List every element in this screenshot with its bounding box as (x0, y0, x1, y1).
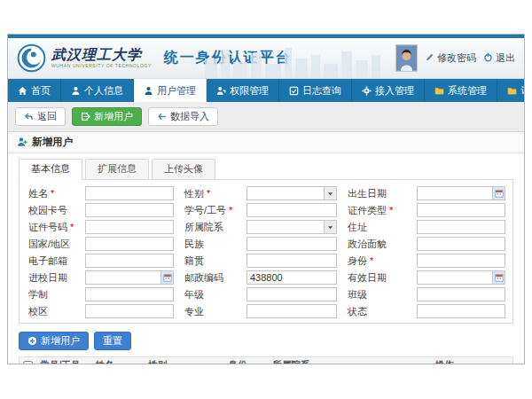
field-label-email: 电子邮箱 (28, 254, 74, 268)
campus-input[interactable] (85, 304, 174, 318)
form-grid: 姓名*性别*出生日期校园卡号学号/工号*证件类型*证件号码*所属院系住址国家/地… (28, 186, 504, 318)
status-input[interactable] (417, 304, 505, 318)
postal-code-input[interactable] (246, 270, 337, 285)
nav-item-个人信息[interactable]: 个人信息 (61, 79, 134, 102)
field-label-grade: 年级 (184, 288, 236, 301)
field-entry-date (85, 270, 174, 285)
select-all-checkbox[interactable] (23, 361, 33, 364)
field-label-id-type: 证件类型* (348, 204, 406, 217)
calendar-icon[interactable] (492, 187, 505, 200)
col-header-所属院系: 所属院系 (270, 357, 432, 364)
nav-item-label: 接入管理 (375, 84, 414, 98)
app-window: 武汉理工大学 WUHAN UNIVERSITY OF TECHNOLOGY 统一… (7, 34, 525, 364)
col-header-姓名: 姓名 (92, 357, 145, 364)
field-label-gender: 性别* (184, 187, 236, 200)
field-label-valid-date: 有效日期 (348, 271, 406, 285)
university-name-en: WUHAN UNIVERSITY OF TECHNOLOGY (51, 64, 152, 68)
user-icon (144, 86, 153, 96)
required-marker: * (207, 188, 210, 199)
campus-card-no-input[interactable] (85, 203, 174, 217)
submit-add-user-button[interactable]: 新增用户 (19, 332, 89, 350)
identity-input[interactable] (417, 254, 505, 268)
user-add-icon (17, 137, 27, 149)
power-icon (483, 52, 493, 64)
field-label-name: 姓名* (28, 187, 74, 200)
logout-link[interactable]: 退出 (483, 51, 515, 65)
data-import-button[interactable]: 数据导入 (148, 107, 218, 126)
users-table-header-row: 学号/工号姓名性别身份所属院系操作 (20, 357, 513, 364)
add-user-toolbar-button[interactable]: 新增用户 (72, 107, 142, 126)
field-postal-code (246, 270, 337, 285)
field-education-system (85, 287, 174, 301)
required-marker: * (389, 205, 393, 215)
nav-item-label: 权限管理 (230, 84, 269, 98)
field-campus (85, 304, 174, 318)
nav-item-权限管理[interactable]: 权限管理 (207, 79, 279, 102)
reset-button-label: 重置 (103, 334, 122, 348)
name-input[interactable] (85, 186, 174, 200)
ethnicity-input[interactable] (246, 237, 337, 251)
tab-扩展信息[interactable]: 扩展信息 (85, 159, 149, 180)
change-password-label: 修改密码 (437, 51, 476, 65)
folder-icon (434, 86, 444, 96)
pencil-icon (425, 52, 434, 64)
email-input[interactable] (85, 254, 174, 268)
calendar-icon[interactable] (160, 271, 173, 284)
political-status-input[interactable] (417, 237, 505, 251)
nav-item-接入管理[interactable]: 接入管理 (352, 79, 425, 102)
platform-title: 统一身份认证平台 (164, 49, 292, 67)
dropdown-arrow-icon[interactable] (324, 187, 336, 200)
nav-item-日志查询[interactable]: 日志查询 (279, 79, 352, 102)
basic-info-fieldset: 姓名*性别*出生日期校园卡号学号/工号*证件类型*证件号码*所属院系住址国家/地… (19, 179, 513, 324)
country-region-input[interactable] (85, 237, 174, 251)
field-major (246, 304, 337, 318)
export-icon (81, 112, 90, 121)
field-label-id-number: 证件号码* (28, 221, 74, 234)
address-input[interactable] (417, 220, 505, 234)
nav-item-系统管理[interactable]: 系统管理 (425, 79, 497, 102)
field-campus-card-no (85, 203, 174, 217)
student-id-input[interactable] (246, 203, 337, 217)
grade-input[interactable] (246, 287, 337, 301)
class-input[interactable] (417, 287, 505, 301)
back-button[interactable]: 返回 (15, 107, 66, 126)
nav-item-label: 用户管理 (157, 84, 196, 98)
nav-item-label: 订阅管理 (520, 84, 525, 98)
reset-button[interactable]: 重置 (94, 332, 131, 350)
required-marker: * (229, 205, 232, 215)
folder-icon (507, 86, 517, 96)
header-user-area: 修改密码 退出 (395, 44, 515, 72)
field-label-education-system: 学制 (28, 288, 74, 301)
calendar-icon[interactable] (492, 271, 505, 284)
education-system-input[interactable] (85, 287, 174, 301)
nav-item-首页[interactable]: 首页 (8, 79, 61, 102)
field-political-status (417, 237, 505, 251)
required-marker: * (370, 255, 373, 266)
native-place-input[interactable] (246, 254, 337, 268)
id-type-input[interactable] (417, 203, 505, 217)
logout-label: 退出 (496, 51, 515, 65)
dropdown-arrow-icon[interactable] (324, 221, 336, 233)
field-label-class: 班级 (348, 288, 406, 301)
field-name (85, 186, 174, 200)
field-label-student-id: 学号/工号* (184, 204, 236, 217)
log-check-icon (289, 86, 299, 96)
nav-item-label: 系统管理 (448, 84, 487, 98)
data-import-label: 数据导入 (170, 110, 209, 123)
id-number-input[interactable] (85, 220, 174, 234)
field-id-type (417, 203, 505, 217)
tab-上传头像[interactable]: 上传头像 (152, 159, 215, 180)
field-label-birth-date: 出生日期 (348, 187, 406, 200)
change-password-link[interactable]: 修改密码 (425, 51, 476, 65)
nav-item-订阅管理[interactable]: 订阅管理 (497, 79, 525, 102)
major-input[interactable] (246, 304, 337, 318)
field-label-status: 状态 (348, 305, 406, 318)
back-arrow-icon (24, 112, 34, 121)
main-nav: 首页个人信息用户管理权限管理日志查询接入管理系统管理订阅管理 (8, 79, 524, 102)
add-user-panel: 新增用户 基本信息扩展信息上传头像 姓名*性别*出生日期校园卡号学号/工号*证件… (8, 131, 524, 364)
tab-基本信息[interactable]: 基本信息 (19, 159, 82, 180)
nav-item-用户管理[interactable]: 用户管理 (134, 79, 207, 102)
field-ethnicity (246, 237, 337, 251)
nav-item-label: 个人信息 (84, 84, 123, 98)
field-email (85, 254, 174, 268)
